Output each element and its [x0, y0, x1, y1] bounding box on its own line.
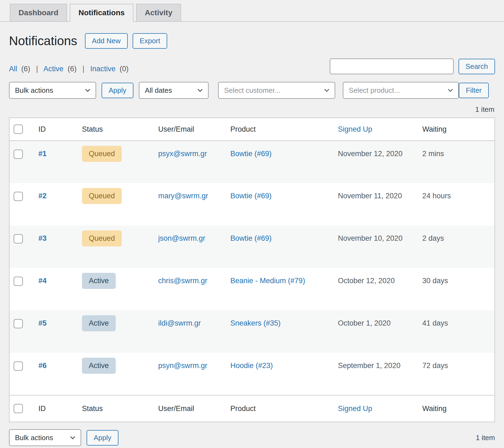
bulk-actions-bottom-selected-value: Bulk actions: [15, 434, 53, 442]
view-count-active-value: (6): [68, 65, 77, 73]
apply-button[interactable]: Apply: [102, 83, 133, 98]
customer-select-placeholder: Select customer...: [224, 86, 280, 95]
column-header-id: ID: [33, 118, 77, 141]
status-badge: Active: [82, 358, 116, 373]
signed-up-date: October 1, 2020: [338, 319, 391, 327]
product-link[interactable]: Bowtie (#69): [230, 192, 272, 200]
waiting-duration: 2 mins: [422, 150, 444, 158]
user-email-link[interactable]: chris@swrm.gr: [158, 277, 207, 285]
status-badge: Queued: [82, 146, 122, 162]
product-link[interactable]: Bowtie (#69): [230, 150, 272, 158]
table-row: #6 Active psyn@swrm.gr Hoodie (#23) Sept…: [9, 353, 495, 395]
product-select[interactable]: Select product...: [343, 82, 459, 99]
filter-button[interactable]: Filter: [459, 83, 489, 98]
table-row: #5 Active ildi@swrm.gr Sneakers (#35) Oc…: [9, 310, 495, 353]
bottom-controls: Bulk actions Apply 1 item: [9, 429, 495, 446]
signed-up-date: November 10, 2020: [338, 234, 402, 242]
row-id-link[interactable]: #2: [38, 192, 47, 200]
row-id-link[interactable]: #6: [38, 362, 47, 370]
row-checkbox[interactable]: [14, 277, 23, 286]
add-new-button[interactable]: Add New: [85, 33, 128, 49]
dates-select[interactable]: All dates: [139, 82, 209, 99]
export-button[interactable]: Export: [133, 33, 167, 49]
row-checkbox[interactable]: [14, 192, 23, 201]
chevron-down-icon: [447, 87, 454, 94]
signed-up-date: November 11, 2020: [338, 192, 402, 200]
tab-notifications[interactable]: Notifications: [70, 4, 133, 22]
row-id-link[interactable]: #5: [38, 319, 47, 327]
views-search-row: All (6) | Active (6) | Inactive (0) Sear…: [9, 58, 495, 74]
select-all-checkbox[interactable]: [14, 125, 23, 134]
view-link-inactive[interactable]: Inactive: [90, 65, 115, 73]
column-header-product: Product: [225, 118, 332, 141]
tab-activity[interactable]: Activity: [136, 4, 181, 22]
table-row: #3 Queued json@swrm.gr Bowtie (#69) Nove…: [9, 225, 495, 268]
column-header-user-email: User/Email: [153, 118, 225, 141]
column-footer-signed-up-sort-link[interactable]: Signed Up: [338, 404, 372, 413]
product-link[interactable]: Bowtie (#69): [230, 234, 272, 242]
user-email-link[interactable]: mary@swrm.gr: [158, 192, 208, 200]
status-badge: Queued: [82, 188, 122, 204]
waiting-duration: 41 days: [422, 319, 448, 327]
customer-select[interactable]: Select customer...: [218, 82, 335, 99]
table-row: #4 Active chris@swrm.gr Beanie - Medium …: [9, 268, 495, 310]
product-link[interactable]: Sneakers (#35): [230, 319, 281, 327]
title-row: Notifications Add New Export: [9, 33, 495, 49]
table-footer: ID Status User/Email Product Signed Up W…: [9, 395, 495, 422]
row-id-link[interactable]: #4: [38, 277, 47, 285]
status-badge: Queued: [82, 230, 122, 246]
view-link-all[interactable]: All: [9, 65, 17, 73]
select-all-checkbox-bottom[interactable]: [14, 404, 23, 413]
row-checkbox[interactable]: [14, 234, 23, 243]
chevron-down-icon: [84, 87, 91, 94]
signed-up-date: October 12, 2020: [338, 277, 395, 285]
table-row: #1 Queued psyx@swrm.gr Bowtie (#69) Nove…: [9, 141, 495, 183]
search-box: Search: [330, 58, 495, 74]
row-id-link[interactable]: #3: [38, 234, 47, 242]
view-link-active[interactable]: Active: [44, 65, 64, 73]
user-email-link[interactable]: json@swrm.gr: [158, 234, 205, 242]
user-email-link[interactable]: psyn@swrm.gr: [158, 362, 207, 370]
filter-row: Bulk actions Apply All dates Select cust…: [9, 82, 495, 99]
waiting-duration: 2 days: [422, 234, 444, 242]
row-checkbox[interactable]: [14, 319, 23, 328]
product-link[interactable]: Hoodie (#23): [230, 362, 273, 370]
item-count-top: 1 item: [9, 105, 494, 114]
view-count-all-value: (6): [21, 65, 30, 73]
user-email-link[interactable]: ildi@swrm.gr: [158, 319, 201, 327]
column-footer-id: ID: [33, 395, 77, 422]
page-title: Notifications: [9, 34, 77, 48]
column-footer-product: Product: [225, 395, 332, 422]
table-row: #2 Queued mary@swrm.gr Bowtie (#69) Nove…: [9, 183, 495, 225]
column-footer-user-email: User/Email: [153, 395, 225, 422]
dates-selected-value: All dates: [145, 86, 172, 95]
notifications-table: ID Status User/Email Product Signed Up W…: [9, 118, 495, 422]
apply-button-bottom[interactable]: Apply: [87, 430, 118, 446]
column-header-signed-up-sort-link[interactable]: Signed Up: [338, 125, 372, 133]
page-content: Notifications Add New Export All (6) | A…: [0, 33, 504, 446]
user-email-link[interactable]: psyx@swrm.gr: [158, 150, 207, 158]
row-id-link[interactable]: #1: [38, 150, 47, 158]
status-badge: Active: [82, 273, 116, 289]
product-select-placeholder: Select product...: [349, 86, 400, 95]
waiting-duration: 24 hours: [422, 192, 451, 200]
search-input[interactable]: [330, 58, 454, 74]
status-badge: Active: [82, 315, 116, 331]
view-filter-links: All (6) | Active (6) | Inactive (0): [9, 65, 129, 74]
view-count-all: [19, 65, 22, 73]
row-checkbox[interactable]: [14, 150, 23, 159]
table-header: ID Status User/Email Product Signed Up W…: [9, 118, 495, 141]
bulk-actions-select[interactable]: Bulk actions: [9, 82, 96, 99]
column-footer-waiting: Waiting: [417, 395, 495, 422]
chevron-down-icon: [323, 87, 330, 94]
column-footer-status: Status: [77, 395, 153, 422]
tab-dashboard[interactable]: Dashboard: [10, 4, 67, 22]
search-button[interactable]: Search: [459, 59, 495, 74]
chevron-down-icon: [69, 434, 76, 441]
waiting-duration: 30 days: [422, 277, 448, 285]
signed-up-date: November 12, 2020: [338, 150, 402, 158]
bulk-actions-selected-value: Bulk actions: [15, 86, 53, 95]
row-checkbox[interactable]: [14, 362, 23, 371]
bulk-actions-select-bottom[interactable]: Bulk actions: [9, 429, 81, 446]
product-link[interactable]: Beanie - Medium (#79): [230, 277, 305, 285]
